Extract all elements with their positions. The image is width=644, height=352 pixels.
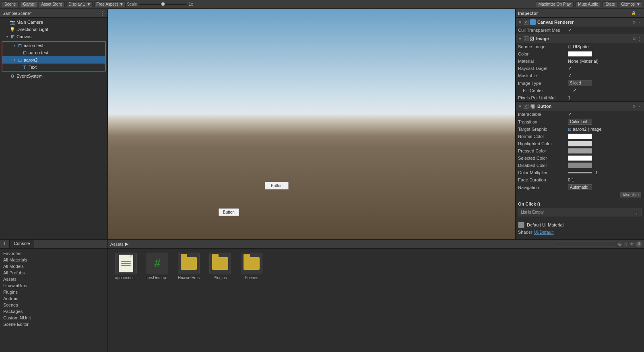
on-click-add-btn[interactable]: + [635,210,639,216]
asset-label: Plugins [214,276,227,280]
expand-icon: ▼ [518,20,522,25]
maximize-btn[interactable]: Maximize On Play [536,1,574,7]
sidebar-item-scene-editor[interactable]: Scene Editor [2,321,106,327]
sidebar-item-plugins[interactable]: Plugins [2,289,106,295]
normal-color-swatch[interactable] [568,134,592,139]
rect-icon: ⊡ [22,50,27,56]
selected-color-swatch[interactable] [568,155,592,161]
tab-console[interactable]: Console [10,240,34,248]
aspect-dropdown[interactable]: Free Aspect ▼ [94,1,125,7]
sidebar-item-custom-nunit[interactable]: Custom NUnit [2,315,106,321]
hierarchy-item-aarontest1[interactable]: ▼ ⊡ aaron test [2,42,105,49]
mute-btn[interactable]: Mute Audio [575,1,601,7]
cull-transparent-label: Cull Transparent Mes [518,28,566,33]
normal-color-row: Normal Color [516,133,644,140]
hierarchy-item-dirlight[interactable]: 💡 Directional Light [0,26,107,33]
hierarchy-item-maincamera[interactable]: 📷 Main Camera [0,19,107,26]
navigation-dropdown[interactable]: Automatic [568,184,592,190]
image-settings-icon[interactable]: ⚙ [632,37,636,41]
sidebar-item-android[interactable]: Android [2,295,106,302]
image-type-dropdown[interactable]: Sliced [568,80,592,86]
hierarchy-item-aaron2[interactable]: ▼ ⊡ aaron2 [2,56,105,64]
hierarchy-menu-btn[interactable]: ⋮ [99,10,105,16]
image-color-swatch[interactable] [568,51,592,57]
asset-item-agconnect[interactable]: agconnect... [112,253,140,280]
scene-button-2[interactable]: Button [219,208,239,216]
hierarchy-item-text[interactable]: T Text [2,64,105,71]
canvas-renderer-header[interactable]: ▼ ✓ Canvas Renderer ⚙ ⋮ [516,18,644,27]
asset-item-hmsdemo[interactable]: # hmsDemop... [143,253,171,280]
button-settings-icon[interactable]: ⚙ [632,104,636,109]
canvas-renderer-toggle[interactable]: ✓ [524,20,528,25]
sidebar-item-favorites[interactable]: Favorites [2,250,106,257]
tree-arrow: ▼ [12,58,17,62]
cull-checkbox[interactable]: ✓ [568,27,572,33]
game-tab-btn[interactable]: Game [20,1,37,7]
shader-value[interactable]: UI/Default [534,230,553,235]
selected-color-value[interactable] [568,155,642,161]
pressed-color-swatch[interactable] [568,148,592,154]
hierarchy-tree: 📷 Main Camera 💡 Directional Light ▼ ⊞ Ca… [0,18,107,239]
image-header[interactable]: ▼ ✓ 🖼 Image ⚙ ⋮ [516,34,644,43]
assets-filter-btn[interactable]: ⊕ [618,241,622,247]
sidebar-item-assets[interactable]: Assets [2,276,106,282]
interactable-checkbox[interactable]: ✓ [568,111,572,117]
assets-favorite-btn[interactable]: ☆ [623,241,628,247]
asset-item-scenes[interactable]: Scenes [237,253,266,280]
hierarchy-item-canvas[interactable]: ▼ ⊞ Canvas [0,33,107,40]
display-dropdown[interactable]: Display 1 ▼ [66,1,93,7]
normal-color-value[interactable] [568,134,642,139]
scene-tab-btn[interactable]: Scene [2,1,19,7]
pressed-color-value[interactable] [568,148,642,154]
scene-button-1[interactable]: Button [265,182,289,189]
lock-icon[interactable]: 🔒 [631,11,636,15]
inspector-menu-icon[interactable]: ⋮ [638,11,642,15]
assetstore-tab-btn[interactable]: Asset Store [39,1,65,7]
sidebar-item-prefabs[interactable]: All Prefabs [2,270,106,276]
fill-center-checkbox[interactable]: ✓ [573,88,577,93]
stats-btn[interactable]: Stats [603,1,617,7]
inspector-title: Inspector [518,11,538,16]
assets-eye-btn[interactable]: 👁 [630,241,634,247]
button-header[interactable]: ▼ ✓ 🔘 Button ⚙ ⋮ [516,102,644,111]
asset-item-huawei[interactable]: HuaweiHms [175,253,203,280]
sidebar-item-huaweiHms[interactable]: HuaweiHms [2,282,106,289]
image-color-value[interactable] [568,51,642,57]
hierarchy-item-eventsystem[interactable]: ⚙ EventSystem [0,72,107,80]
maskable-checkbox[interactable]: ✓ [568,73,572,78]
scale-slider[interactable] [139,4,187,5]
raycast-checkbox[interactable]: ✓ [568,66,572,71]
transition-dropdown[interactable]: Color Tint [568,119,592,125]
sidebar-item-scenes[interactable]: Scenes [2,302,106,308]
hierarchy-item-aarontest2[interactable]: ⊡ aaron test [2,49,105,56]
asset-label: HuaweiHms [178,276,200,280]
disabled-color-label: Disabled Color [518,163,566,168]
sidebar-item-models[interactable]: All Models [2,263,106,270]
highlighted-color-swatch[interactable] [568,141,592,146]
sidebar-item-materials[interactable]: All Materials [2,257,106,263]
interactable-value: ✓ [568,111,642,117]
button-overflow-icon[interactable]: ⋮ [638,104,642,109]
hierarchy-outline-group: ▼ ⊡ aaron test ⊡ aaron test ▼ ⊡ aaron2 [2,41,106,72]
scene-view[interactable]: Button Button [108,9,515,239]
sidebar-item-packages[interactable]: Packages [2,308,106,315]
asset-item-plugins[interactable]: Plugins [206,253,234,280]
navigation-value: Automatic [568,184,642,190]
tab-project[interactable]: t [0,240,10,248]
image-toggle[interactable]: ✓ [524,36,528,41]
target-graphic-label: Target Graphic [518,127,566,132]
assets-search-input[interactable] [556,241,616,247]
gizmos-dropdown[interactable]: Gizmos ▼ [619,1,642,7]
image-overflow-icon[interactable]: ⋮ [638,37,642,41]
highlighted-color-value[interactable] [568,141,642,146]
disabled-color-swatch[interactable] [568,163,592,168]
disabled-color-value[interactable] [568,163,642,168]
image-type-label: Image Type [518,81,566,86]
component-settings-icon[interactable]: ⚙ [632,20,636,25]
component-overflow-icon[interactable]: ⋮ [638,20,642,25]
interactable-row: Interactable ✓ [516,111,644,118]
visualize-btn[interactable]: Visualize [620,192,642,198]
bottom-left-panel: t Console Favorites All Materials All Mo… [0,240,108,352]
color-multiplier-slider[interactable] [568,172,592,173]
button-toggle[interactable]: ✓ [524,104,528,109]
